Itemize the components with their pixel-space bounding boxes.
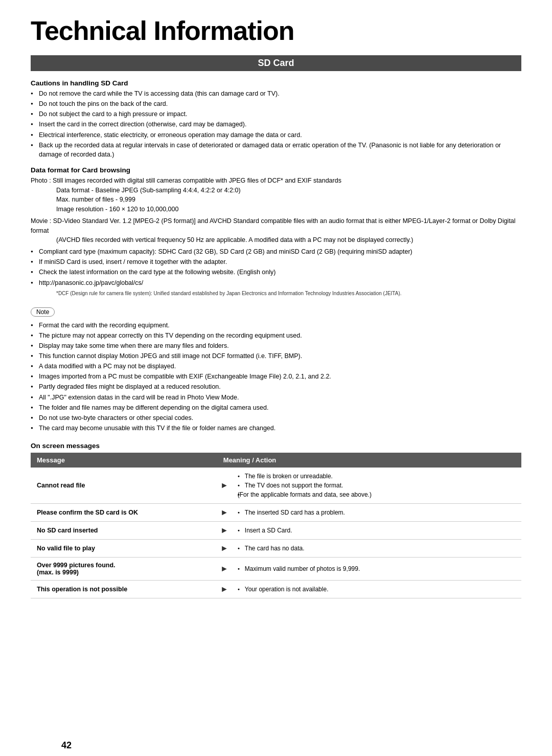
arrow-icon: ► [217, 581, 232, 598]
message-meaning: The inserted SD card has a problem. [232, 504, 521, 522]
note-item: Format the card with the recording equip… [31, 321, 521, 330]
message-label: Please confirm the SD card is OK [31, 504, 217, 522]
cautions-list: Do not remove the card while the TV is a… [31, 89, 521, 159]
movie-desc: SD-Video Standard Ver. 1.2 [MPEG-2 (PS f… [31, 217, 516, 234]
table-row: Please confirm the SD card is OK ► The i… [31, 504, 521, 522]
data-format-title: Data format for Card browsing [31, 166, 521, 174]
caution-item: Do not remove the card while the TV is a… [31, 89, 521, 98]
page-number: 42 [61, 740, 72, 751]
extra-bullet-1: If miniSD Card is used, insert / remove … [31, 257, 521, 266]
caution-item: Do not subject the card to a high pressu… [31, 109, 521, 119]
message-meaning: The card has no data. [232, 540, 521, 558]
photo-detail-0: Data format - Baseline JPEG (Sub-samplin… [56, 187, 241, 194]
note-item: This function cannot display Motion JPEG… [31, 351, 521, 361]
col-meaning: Meaning / Action [217, 453, 521, 468]
caution-item: Insert the card in the correct direction… [31, 120, 521, 129]
note-item: The folder and file names may be differe… [31, 403, 521, 412]
message-meaning: Insert a SD Card. [232, 522, 521, 540]
col-message: Message [31, 453, 217, 468]
caution-item: Back up the recorded data at regular int… [31, 141, 521, 159]
meaning-item: The file is broken or unreadable. [238, 472, 515, 481]
messages-table: Message Meaning / Action Cannot read fil… [31, 453, 521, 598]
note-item: Display may take some time when there ar… [31, 341, 521, 350]
movie-label: Movie : [31, 217, 51, 225]
meaning-item: Insert a SD Card. [238, 526, 515, 535]
meaning-item: The TV does not support the format. [238, 481, 515, 490]
table-row: No SD card inserted ► Insert a SD Card. [31, 522, 521, 540]
message-label: Over 9999 pictures found. (max. is 9999) [31, 558, 217, 581]
note-item: A data modified with a PC may not be dis… [31, 362, 521, 371]
caution-item: Do not touch the pins on the back of the… [31, 99, 521, 108]
cautions-title: Cautions in handling SD Card [31, 79, 521, 87]
movie-format-block: Movie : SD-Video Standard Ver. 1.2 [MPEG… [31, 216, 521, 245]
meaning-item: (For the applicable formats and data, se… [238, 490, 515, 499]
note-item: Partly degraded files might be displayed… [31, 382, 521, 391]
arrow-icon: ► [217, 504, 232, 522]
note-item: The card may become unusable with this T… [31, 424, 521, 433]
arrow-icon: ► [217, 558, 232, 581]
meaning-item: Your operation is not available. [238, 585, 515, 594]
photo-detail-1: Max. number of files - 9,999 [56, 196, 135, 203]
message-meaning: The file is broken or unreadable. The TV… [232, 468, 521, 504]
section-header-sd-card: SD Card [31, 55, 521, 71]
table-row: Cannot read file ► The file is broken or… [31, 468, 521, 504]
photo-detail-2: Image resolution - 160 × 120 to 10,000,0… [56, 206, 178, 213]
table-row: No valid file to play ► The card has no … [31, 540, 521, 558]
meaning-item: Maximum valid number of photos is 9,999. [238, 564, 515, 573]
arrow-icon: ► [217, 540, 232, 558]
photo-desc: Still images recorded with digital still… [53, 177, 341, 184]
note-item: The picture may not appear correctly on … [31, 331, 521, 340]
extra-bullet-0: Compliant card type (maximum capacity): … [31, 247, 521, 256]
message-label: No valid file to play [31, 540, 217, 558]
note-item: All ".JPG" extension datas in the card w… [31, 393, 521, 402]
extra-bullet-3: http://panasonic.co.jp/pavc/global/cs/ [31, 278, 521, 287]
note-item: Do not use two-byte characters or other … [31, 413, 521, 423]
message-label: No SD card inserted [31, 522, 217, 540]
message-meaning: Your operation is not available. [232, 581, 521, 598]
data-format-extra-list: Compliant card type (maximum capacity): … [31, 247, 521, 287]
message-meaning: Maximum valid number of photos is 9,999. [232, 558, 521, 581]
extra-bullet-2: Check the latest information on the card… [31, 268, 521, 277]
arrow-icon: ► [217, 468, 232, 504]
arrow-icon: ► [217, 522, 232, 540]
table-row: Over 9999 pictures found. (max. is 9999)… [31, 558, 521, 581]
caution-item: Electrical interference, static electric… [31, 130, 521, 140]
note-list: Format the card with the recording equip… [31, 321, 521, 433]
photo-details: Data format - Baseline JPEG (Sub-samplin… [56, 186, 521, 214]
note-item: Images imported from a PC must be compat… [31, 372, 521, 381]
movie-note: (AVCHD files recorded with vertical freq… [56, 235, 521, 245]
message-label: Cannot read file [31, 468, 217, 504]
page-title: Technical Information [31, 15, 521, 46]
meaning-item: The card has no data. [238, 544, 515, 553]
message-label: This operation is not possible [31, 581, 217, 598]
photo-label: Photo : [31, 177, 51, 184]
photo-format-block: Photo : Still images recorded with digit… [31, 176, 521, 214]
meaning-item: The inserted SD card has a problem. [238, 508, 515, 517]
dcf-footnote: *DCF (Design rule for camera file system… [56, 291, 521, 296]
on-screen-messages-title: On screen messages [31, 442, 521, 450]
note-label: Note [31, 307, 55, 317]
table-row: This operation is not possible ► Your op… [31, 581, 521, 598]
